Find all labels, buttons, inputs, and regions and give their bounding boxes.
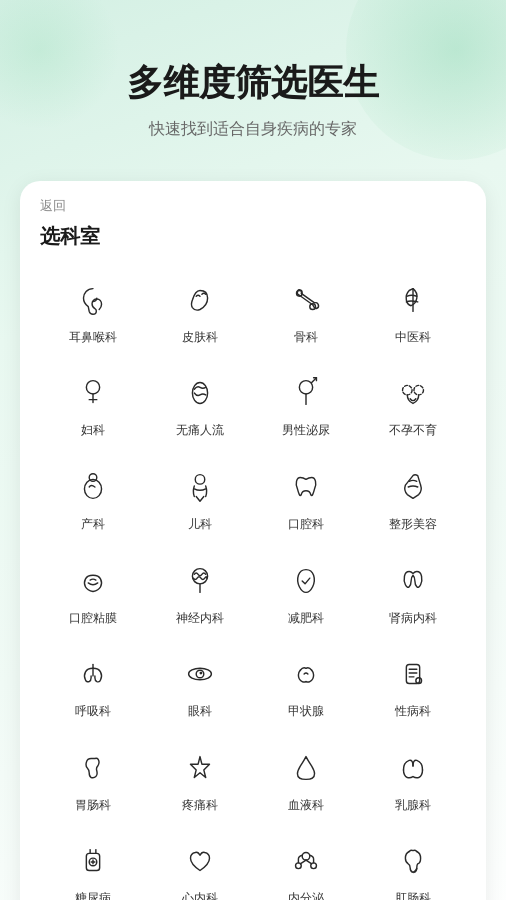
pain-icon <box>176 744 224 792</box>
ear-icon <box>69 276 117 324</box>
department-item-thyroid[interactable]: 甲状腺 <box>253 640 360 730</box>
department-label: 不孕不育 <box>389 423 437 439</box>
blood-icon <box>282 744 330 792</box>
department-item-pain[interactable]: 疼痛科 <box>147 734 254 824</box>
department-item-oral-mucosa[interactable]: 口腔粘膜 <box>40 547 147 637</box>
hero-section: 多维度筛选医生 快速找到适合自身疾病的专家 <box>0 0 506 161</box>
department-label: 性病科 <box>395 704 431 720</box>
department-label: 乳腺科 <box>395 798 431 814</box>
department-label: 心内科 <box>182 891 218 900</box>
department-item-weight-loss[interactable]: 减肥科 <box>253 547 360 637</box>
department-label: 儿科 <box>188 517 212 533</box>
department-label: 男性泌尿 <box>282 423 330 439</box>
department-label: 内分泌 <box>288 891 324 900</box>
department-item-diabetes[interactable]: 糖尿病 <box>40 827 147 900</box>
svg-point-18 <box>302 853 310 861</box>
svg-point-8 <box>89 474 97 482</box>
department-label: 甲状腺 <box>288 704 324 720</box>
department-label: 肾病内科 <box>389 611 437 627</box>
department-item-ear[interactable]: 耳鼻喉科 <box>40 266 147 356</box>
gynecology-icon <box>69 369 117 417</box>
department-item-std[interactable]: 性病科 <box>360 640 467 730</box>
svg-point-4 <box>300 381 313 394</box>
std-icon <box>389 650 437 698</box>
department-label: 胃肠科 <box>75 798 111 814</box>
infertility-icon <box>389 369 437 417</box>
ophthalmology-icon <box>176 650 224 698</box>
department-item-respiratory[interactable]: 呼吸科 <box>40 640 147 730</box>
department-item-skin[interactable]: 皮肤科 <box>147 266 254 356</box>
department-item-painless[interactable]: 无痛人流 <box>147 359 254 449</box>
department-item-gastro[interactable]: 胃肠科 <box>40 734 147 824</box>
department-label: 减肥科 <box>288 611 324 627</box>
card-title: 选科室 <box>40 223 466 250</box>
hero-subtitle: 快速找到适合自身疾病的专家 <box>30 117 476 141</box>
department-item-endocrine[interactable]: 内分泌 <box>253 827 360 900</box>
department-label: 无痛人流 <box>176 423 224 439</box>
svg-point-9 <box>195 475 205 485</box>
department-item-bone[interactable]: 骨科 <box>253 266 360 356</box>
department-item-breast[interactable]: 乳腺科 <box>360 734 467 824</box>
department-item-infertility[interactable]: 不孕不育 <box>360 359 467 449</box>
male-urology-icon <box>282 369 330 417</box>
department-item-dental[interactable]: 口腔科 <box>253 453 360 543</box>
nephrology-icon <box>389 557 437 605</box>
department-label: 眼科 <box>188 704 212 720</box>
department-item-ophthalmology[interactable]: 眼科 <box>147 640 254 730</box>
department-item-nephrology[interactable]: 肾病内科 <box>360 547 467 637</box>
skin-icon <box>176 276 224 324</box>
department-item-cardiology[interactable]: 心内科 <box>147 827 254 900</box>
department-label: 妇科 <box>81 423 105 439</box>
department-label: 皮肤科 <box>182 330 218 346</box>
painless-icon <box>176 369 224 417</box>
breast-icon <box>389 744 437 792</box>
department-label: 中医科 <box>395 330 431 346</box>
dental-icon <box>282 463 330 511</box>
department-label: 口腔科 <box>288 517 324 533</box>
department-item-neurology[interactable]: 神经内科 <box>147 547 254 637</box>
department-label: 口腔粘膜 <box>69 611 117 627</box>
back-link[interactable]: 返回 <box>40 197 466 215</box>
endocrine-icon <box>282 837 330 885</box>
oral-mucosa-icon <box>69 557 117 605</box>
svg-point-13 <box>199 672 202 675</box>
hero-title: 多维度筛选医生 <box>30 60 476 107</box>
department-item-pediatrics[interactable]: 儿科 <box>147 453 254 543</box>
department-item-colorectal[interactable]: 肛肠科 <box>360 827 467 900</box>
svg-point-5 <box>402 386 412 396</box>
department-label: 糖尿病 <box>75 891 111 900</box>
neurology-icon <box>176 557 224 605</box>
department-item-obstetrics[interactable]: 产科 <box>40 453 147 543</box>
department-item-tcm[interactable]: 中医科 <box>360 266 467 356</box>
department-item-cosmetic[interactable]: 整形美容 <box>360 453 467 543</box>
department-item-male-urology[interactable]: 男性泌尿 <box>253 359 360 449</box>
department-label: 神经内科 <box>176 611 224 627</box>
department-label: 产科 <box>81 517 105 533</box>
cardiology-icon <box>176 837 224 885</box>
department-label: 骨科 <box>294 330 318 346</box>
department-label: 呼吸科 <box>75 704 111 720</box>
department-label: 肛肠科 <box>395 891 431 900</box>
cosmetic-icon <box>389 463 437 511</box>
obstetrics-icon <box>69 463 117 511</box>
svg-point-6 <box>414 386 424 396</box>
tcm-icon <box>389 276 437 324</box>
department-grid: 耳鼻喉科皮肤科骨科中医科妇科无痛人流男性泌尿不孕不育产科儿科口腔科整形美容口腔粘… <box>40 266 466 900</box>
thyroid-icon <box>282 650 330 698</box>
department-card: 返回 选科室 耳鼻喉科皮肤科骨科中医科妇科无痛人流男性泌尿不孕不育产科儿科口腔科… <box>20 181 486 900</box>
department-label: 疼痛科 <box>182 798 218 814</box>
department-label: 整形美容 <box>389 517 437 533</box>
bone-icon <box>282 276 330 324</box>
svg-point-7 <box>85 479 102 498</box>
weight-loss-icon <box>282 557 330 605</box>
pediatrics-icon <box>176 463 224 511</box>
department-item-gynecology[interactable]: 妇科 <box>40 359 147 449</box>
diabetes-icon <box>69 837 117 885</box>
svg-point-2 <box>87 381 100 394</box>
department-item-blood[interactable]: 血液科 <box>253 734 360 824</box>
colorectal-icon <box>389 837 437 885</box>
department-label: 耳鼻喉科 <box>69 330 117 346</box>
respiratory-icon <box>69 650 117 698</box>
svg-rect-14 <box>406 665 419 684</box>
department-label: 血液科 <box>288 798 324 814</box>
